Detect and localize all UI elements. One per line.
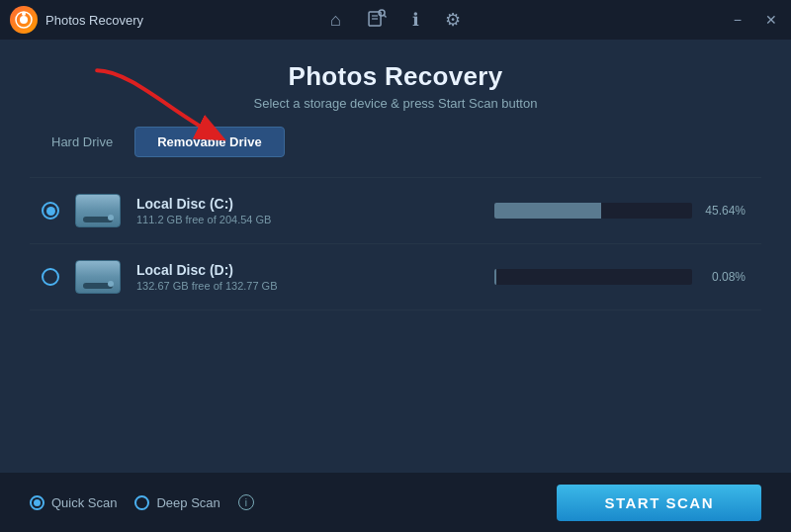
drive-bar-wrap-c: 45.64% [494,203,746,219]
quick-scan-option[interactable]: Quick Scan [30,495,117,510]
svg-point-2 [22,12,26,16]
app-title: Photos Recovery [45,13,143,28]
tab-removable-drive[interactable]: Removable Drive [134,127,285,157]
page-subtitle: Select a storage device & press Start Sc… [30,96,761,111]
hdd-icon [75,194,121,227]
drive-bar-fill-d [494,269,496,285]
radio-c[interactable] [42,202,59,220]
drive-size-c: 111.2 GB free of 204.54 GB [136,214,494,225]
drive-bar-d [494,269,692,285]
minimize-button[interactable]: − [730,10,746,30]
deep-scan-label: Deep Scan [156,495,220,510]
drive-item-d[interactable]: Local Disc (D:) 132.67 GB free of 132.77… [30,244,761,310]
toolbar-icons: ⌂ ℹ ⚙ [326,4,465,37]
app-logo [10,6,38,34]
drive-icon-d [73,258,123,296]
quick-scan-label: Quick Scan [51,495,117,510]
close-button[interactable]: ✕ [761,10,781,30]
bottom-bar: Quick Scan Deep Scan i START SCAN [0,473,791,532]
drive-list: Local Disc (C:) 111.2 GB free of 204.54 … [30,177,761,310]
drive-size-d: 132.67 GB free of 132.77 GB [136,280,494,292]
start-scan-button[interactable]: START SCAN [557,485,761,521]
drive-name-c: Local Disc (C:) [136,196,494,212]
drive-percent-c: 45.64% [702,204,746,218]
scan-info-icon[interactable]: i [238,494,254,510]
page-title: Photos Recovery [30,61,761,92]
quick-scan-radio[interactable] [30,495,44,510]
drive-bar-fill-c [494,203,601,219]
drive-info-d: Local Disc (D:) 132.67 GB free of 132.77… [136,262,494,292]
title-bar: Photos Recovery ⌂ ℹ ⚙ − ✕ [0,0,791,40]
window-controls: − ✕ [730,10,781,30]
drive-item-c[interactable]: Local Disc (C:) 111.2 GB free of 204.54 … [30,177,761,244]
tab-hard-drive[interactable]: Hard Drive [30,128,134,156]
home-icon[interactable]: ⌂ [326,6,345,35]
svg-line-7 [384,15,386,17]
main-content: Photos Recovery Select a storage device … [0,40,791,473]
drive-name-d: Local Disc (D:) [136,262,494,278]
scan-icon[interactable] [363,4,391,37]
drive-bar-c [494,203,692,219]
page-header: Photos Recovery Select a storage device … [30,40,761,127]
hdd-icon-d [75,260,121,294]
deep-scan-option[interactable]: Deep Scan [134,495,220,510]
drive-info-c: Local Disc (C:) 111.2 GB free of 204.54 … [136,196,494,225]
scan-options: Quick Scan Deep Scan i [30,494,254,510]
settings-icon[interactable]: ⚙ [441,5,465,35]
drive-icon-c [73,192,123,229]
drive-percent-d: 0.08% [702,270,746,284]
radio-d[interactable] [42,268,59,286]
tab-bar: Hard Drive Removable Drive [30,127,761,157]
info-icon[interactable]: ℹ [408,5,423,35]
drive-bar-wrap-d: 0.08% [494,269,746,285]
svg-point-1 [20,16,28,24]
deep-scan-radio[interactable] [134,495,149,510]
